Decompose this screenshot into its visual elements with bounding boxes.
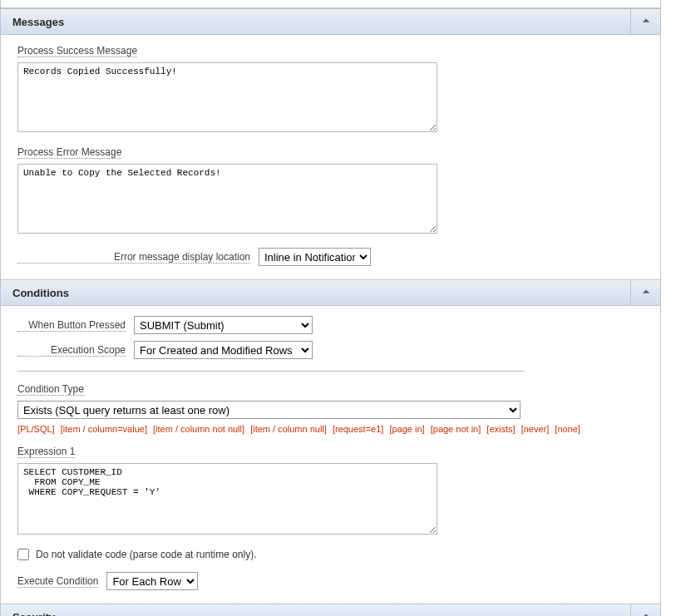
button-pressed-label: When Button Pressed — [17, 319, 126, 332]
error-msg-textarea[interactable] — [17, 164, 437, 234]
condition-type-label: Condition Type — [17, 383, 84, 396]
execution-scope-select[interactable]: For Created and Modified Rows — [134, 341, 313, 359]
success-msg-textarea[interactable] — [17, 62, 437, 132]
chevron-up-icon — [640, 286, 652, 300]
quick-plsql[interactable]: [PL/SQL] — [17, 424, 55, 434]
messages-title: Messages — [12, 16, 64, 28]
do-not-validate-checkbox[interactable] — [17, 549, 29, 560]
quick-item-col-value[interactable]: [item / column=value] — [61, 424, 147, 434]
execute-condition-label: Execute Condition — [17, 575, 98, 588]
messages-section-header[interactable]: Messages — [1, 8, 660, 35]
error-location-select[interactable]: Inline in Notification — [259, 248, 371, 266]
chevron-up-icon — [640, 15, 652, 29]
quick-item-col-notnull[interactable]: [item / column not null] — [153, 424, 244, 434]
do-not-validate-label: Do not validate code (parse code at runt… — [36, 549, 256, 560]
quick-request-e1[interactable]: [request=e1] — [333, 424, 383, 434]
quick-never[interactable]: [never] — [521, 424, 550, 434]
error-location-label: Error message display location — [17, 251, 250, 264]
security-collapse-button[interactable] — [630, 604, 660, 616]
chevron-up-icon — [640, 610, 652, 616]
quick-exists[interactable]: [exists] — [486, 424, 515, 434]
conditions-section-header[interactable]: Conditions — [1, 279, 660, 306]
security-title: Security — [12, 611, 55, 616]
quick-page-not-in[interactable]: [page not in] — [431, 424, 481, 434]
condition-quick-links: [PL/SQL] [item / column=value] [item / c… — [17, 424, 644, 434]
messages-section-body: Process Success Message Process Error Me… — [1, 35, 660, 279]
security-section-header[interactable]: Security — [1, 604, 660, 616]
quick-item-col-null[interactable]: [item / column null] — [250, 424, 327, 434]
condition-type-select[interactable]: Exists (SQL query returns at least one r… — [17, 401, 521, 419]
error-msg-label: Process Error Message — [17, 146, 121, 159]
expression1-label: Expression 1 — [17, 446, 75, 458]
button-pressed-select[interactable]: SUBMIT (Submit) — [134, 316, 313, 334]
expression1-textarea[interactable] — [17, 463, 437, 535]
conditions-collapse-button[interactable] — [630, 280, 660, 305]
conditions-title: Conditions — [12, 287, 69, 299]
divider — [17, 371, 525, 372]
execute-condition-select[interactable]: For Each Row — [106, 572, 198, 590]
success-msg-label: Process Success Message — [17, 45, 137, 57]
messages-collapse-button[interactable] — [630, 9, 660, 34]
quick-page-in[interactable]: [page in] — [389, 424, 424, 434]
execution-scope-label: Execution Scope — [17, 344, 126, 357]
quick-none[interactable]: [none] — [555, 424, 580, 434]
conditions-section-body: When Button Pressed SUBMIT (Submit) Exec… — [1, 306, 660, 604]
